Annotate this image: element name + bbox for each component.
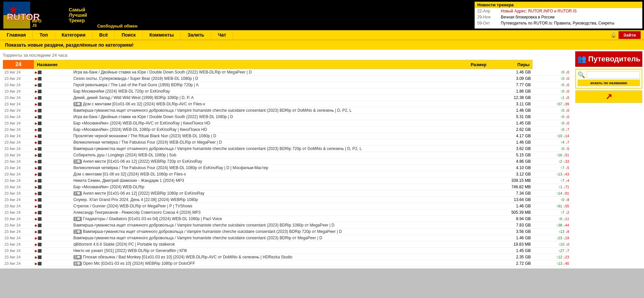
search-button[interactable]: искать по названию xyxy=(578,80,640,86)
torrent-link[interactable]: Никто не узнает [S01] (2022) WEB-DLRip о… xyxy=(73,248,187,253)
torrent-name[interactable]: qBittorrent 4.6.6 Stable (2024) PC | Por… xyxy=(72,241,489,248)
torrent-link[interactable]: Гладиаторы / Gladiators [01x01-03 из 04]… xyxy=(83,216,222,221)
torrent-name[interactable]: Сезон охоты. Суперкоманда / Super Bear (… xyxy=(72,76,489,82)
torrent-link[interactable]: Никита Семин, Дмитрий Шимохин - Жандарм … xyxy=(73,178,184,183)
torrent-peers: ↑1 ↓0 xyxy=(532,95,571,101)
torrent-name[interactable]: Вампирша-гуманистка ищет отчаянного добр… xyxy=(72,235,489,241)
torrent-link[interactable]: Игра ва-банк / Двойные ставки на Юре / D… xyxy=(73,70,252,74)
torrent-name[interactable]: Бар МосквачИки (2024) WEB-DL 720p от ExK… xyxy=(72,88,489,95)
torrent-name[interactable]: 1💬Гладиаторы / Gladiators [01x01-03 из 0… xyxy=(72,216,489,222)
search-input[interactable] xyxy=(587,71,640,79)
type-icon-video: ▶ xyxy=(35,236,38,240)
torrent-link[interactable]: Бар МосквачИки (2024) WEB-DL 720p от ExK… xyxy=(73,89,170,94)
torrent-link[interactable]: Герой револьвера / The Last of the Fast … xyxy=(73,83,199,87)
filter-bar[interactable]: Показать новые раздачи, разделённые по к… xyxy=(0,40,644,50)
torrent-name[interactable]: Стрелок / Gunner (2024) WEB-DLRip от Meg… xyxy=(72,203,489,209)
torrent-name[interactable]: Проклятие черной монахини / The Ritual B… xyxy=(72,133,489,139)
header-news: Новости трекера 22-Апр Новый Адрес: RUTO… xyxy=(475,2,642,29)
nav-kategorii[interactable]: Категории xyxy=(55,31,93,39)
seed-count: ↑13 xyxy=(558,230,565,234)
torrent-name[interactable]: Великолепная четвёрка / The Fabulous Fou… xyxy=(72,165,489,171)
torrent-name[interactable]: Герой револьвера / The Last of the Fast … xyxy=(72,82,489,88)
torrent-name[interactable]: 7💬Ангел мести [01x01-06 из 12] (2022) WE… xyxy=(72,190,489,197)
torrent-link[interactable]: Ангел мести [01x01-06 из 12] (2022) WEBR… xyxy=(83,159,202,164)
nav-zalit[interactable]: Залить xyxy=(181,31,211,39)
torrent-link[interactable]: Вампирша-гуманистка ищет отчаянного добр… xyxy=(83,229,342,234)
torrent-link[interactable]: Плохая обезьяна / Bad Monkey [01x01-03 и… xyxy=(83,255,292,259)
torrent-link[interactable]: Александр Тенгриханов - Режиссёр Советск… xyxy=(73,210,201,215)
torrent-link[interactable]: Сезон охоты. Суперкоманда / Super Bear (… xyxy=(73,76,198,81)
torrent-name[interactable]: Игра ва-банк / Двойные ставки на Юре / D… xyxy=(72,114,489,120)
torrent-size: 1.45 GB xyxy=(489,120,533,127)
torrent-name[interactable]: Вампирша-гуманистка ищет отчаянного добр… xyxy=(72,107,489,114)
torrent-date: 23 Авг 24 xyxy=(3,178,34,184)
torrent-name[interactable]: Бар «МосквачИки» (2024) WEB-DLRip xyxy=(72,184,489,190)
torrent-name[interactable]: Великолепная четвёрка / The Fabulous Fou… xyxy=(72,139,489,146)
torrent-link[interactable]: Дикий, дикий Запад / Wild Wild West (199… xyxy=(73,95,194,100)
nav-poisk[interactable]: Поиск xyxy=(115,31,143,39)
torrent-name[interactable]: 3💬Ангел мести [01x01-06 из 12] (2022) WE… xyxy=(72,158,489,165)
logo-area[interactable]: RUTOR INFO .IS xyxy=(0,0,64,30)
torrent-link[interactable]: Бар «МосквачИки» (2024) WEB-DLRip-AVC от… xyxy=(73,121,210,126)
torrent-link[interactable]: Снукер. Xi'an Grand Prix 2024. День 4 [2… xyxy=(73,197,198,202)
news-row-0: 22-Апр Новый Адрес: RUTOR.INFO и RUTOR.I… xyxy=(475,8,642,14)
login-button[interactable]: Зайти xyxy=(619,31,641,39)
torrent-link[interactable]: Вампирша-гуманистка ищет отчаянного добр… xyxy=(73,223,335,228)
torrent-link[interactable]: qBittorrent 4.6.6 Stable (2024) PC | Por… xyxy=(73,242,175,247)
torrent-link[interactable]: Проклятие черной монахини / The Ritual B… xyxy=(73,134,216,138)
torrent-link[interactable]: Стрелок / Gunner (2024) WEB-DLRip от Meg… xyxy=(73,204,193,208)
torrent-icons: ▶⬛ xyxy=(34,216,72,222)
torrent-name[interactable]: 5💬Дом с ментами [01x01-06 из 32] (2024) … xyxy=(72,101,489,107)
torrent-link[interactable]: Игра ва-банк / Двойные ставки на Юре / D… xyxy=(73,114,233,119)
torrent-link[interactable]: Великолепная четвёрка / The Fabulous Fou… xyxy=(73,165,268,170)
nav-chat[interactable]: Чат xyxy=(211,31,233,39)
nav-vse[interactable]: Всё xyxy=(93,31,115,39)
torrent-name[interactable]: Собиратель душ / Longlegs (2024) WEB-DL … xyxy=(72,152,489,158)
guide-button[interactable]: 👥 Путеводитель xyxy=(575,51,642,67)
leech-count: ↓2 xyxy=(565,210,569,214)
torrent-name[interactable]: Игра ва-банк / Двойные ставки на Юре / D… xyxy=(72,69,489,76)
torrent-link[interactable]: Ангел мести [01x01-06 из 12] (2022) WEBR… xyxy=(83,191,204,196)
torrent-link[interactable]: Бар «МосквачИки» (2024) WEB-DL 1080p от … xyxy=(73,127,207,132)
external-link-icon[interactable]: ↗ xyxy=(605,92,612,101)
torrent-link[interactable]: Собиратель душ / Longlegs (2024) WEB-DL … xyxy=(73,153,176,157)
seed-count: ↑0 xyxy=(560,121,565,125)
torrent-name[interactable]: Никита Семин, Дмитрий Шимохин - Жандарм … xyxy=(72,178,489,184)
torrent-link[interactable]: Дом с ментами [01-06 из 32] (2024) WEB-D… xyxy=(73,172,186,177)
type-icon-video: ▶ xyxy=(35,121,38,125)
torrent-link[interactable]: Open Mic [02x01-03 из 10] (2024) WEBRip … xyxy=(83,261,195,266)
torrent-name[interactable]: Вампирша-гуманистка ищет отчаянного добр… xyxy=(72,222,489,229)
torrent-name[interactable]: Никто не узнает [S01] (2022) WEB-DLRip о… xyxy=(72,248,489,254)
external-link-widget[interactable]: ↗ xyxy=(575,90,642,103)
torrent-link[interactable]: Вампирша-гуманистка ищет отчаянного добр… xyxy=(73,108,352,113)
torrent-name[interactable]: Снукер. Xi'an Grand Prix 2024. День 4 [2… xyxy=(72,197,489,203)
torrent-peers: ↑0 ↓0 xyxy=(532,107,571,114)
torrent-link[interactable]: Великолепная четвёрка / The Fabulous Fou… xyxy=(73,140,222,145)
torrent-date: 23 Авг 24 xyxy=(3,248,34,254)
torrent-link[interactable]: Вампирша-гуманистка ищет отчаянного добр… xyxy=(73,146,362,151)
torrent-name[interactable]: Бар «МосквачИки» (2024) WEB-DL 1080p от … xyxy=(72,127,489,133)
torrent-peers: ↑7 ↓2 xyxy=(532,209,571,216)
torrent-date: 23 Авг 24 xyxy=(3,254,34,260)
news-link-0[interactable]: Новый Адрес: RUTOR.INFO и RUTOR.IS xyxy=(498,8,642,14)
seed-count: ↑4 xyxy=(560,140,565,144)
torrent-name[interactable]: Дикий, дикий Запад / Wild Wild West (199… xyxy=(72,95,489,101)
nav-top[interactable]: Топ xyxy=(33,31,55,39)
torrent-size: 3.09 GB xyxy=(489,76,533,82)
torrent-link[interactable]: Дом с ментами [01x01-06 из 32] (2024) WE… xyxy=(83,102,205,106)
torrent-name[interactable]: 4💬Open Mic [02x01-03 из 10] (2024) WEBRi… xyxy=(72,260,489,267)
torrent-name[interactable]: 2💬Плохая обезьяна / Bad Monkey [01x01-03… xyxy=(72,254,489,260)
torrent-icons: ▶⬛ xyxy=(34,241,72,248)
torrent-name[interactable]: Вампирша-гуманистка ищет отчаянного добр… xyxy=(72,146,489,152)
news-row-1: 29-Ноя Вечная блокировка в России xyxy=(475,14,642,20)
seed-count: ↑38 xyxy=(556,223,562,227)
nav-kommenty[interactable]: Комменты xyxy=(143,31,181,39)
torrent-link[interactable]: Бар «МосквачИки» (2024) WEB-DLRip xyxy=(73,185,144,189)
torrent-name[interactable]: Дом с ментами [01-06 из 32] (2024) WEB-D… xyxy=(72,171,489,178)
torrent-name[interactable]: 1💬Вампирша-гуманистка ищет отчаянного до… xyxy=(72,229,489,235)
torrent-icons: ▶⬛ xyxy=(34,209,72,216)
nav-glavnaya[interactable]: Главная xyxy=(0,31,33,39)
torrent-name[interactable]: Бар «МосквачИки» (2024) WEB-DLRip-AVC от… xyxy=(72,120,489,127)
torrent-link[interactable]: Вампирша-гуманистка ищет отчаянного добр… xyxy=(73,236,322,240)
torrent-name[interactable]: Александр Тенгриханов - Режиссёр Советск… xyxy=(72,209,489,216)
